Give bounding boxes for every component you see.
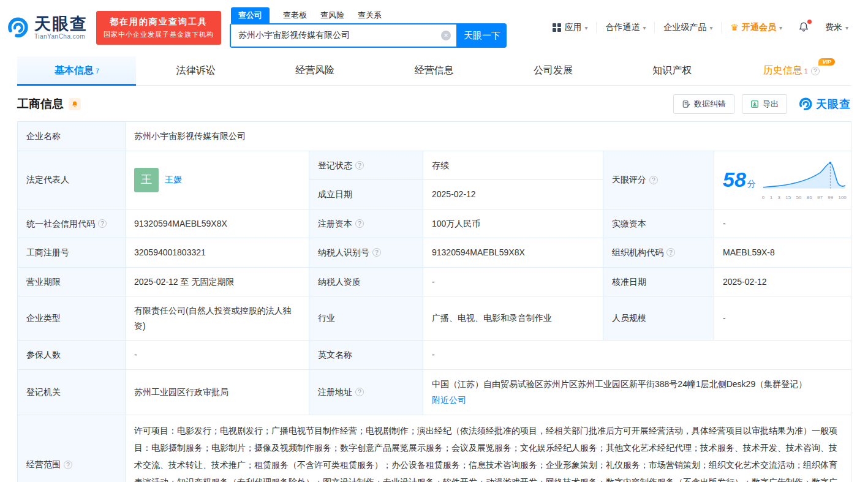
tab-company-development[interactable]: 公司发展 bbox=[494, 56, 613, 85]
tab-operating-info[interactable]: 经营信息 bbox=[374, 56, 493, 85]
tianyancha-watermark-icon bbox=[798, 97, 813, 111]
label-business-scope: 经营范围? bbox=[18, 415, 126, 482]
value-reg-capital: 100万人民币 bbox=[423, 209, 603, 238]
tab-history-info[interactable]: VIP 历史信息1 ? bbox=[732, 56, 851, 85]
tab-ip-label: 知识产权 bbox=[652, 64, 692, 77]
menu-partner[interactable]: 合作通道 ▾ bbox=[596, 22, 654, 33]
value-english-name: - bbox=[423, 341, 851, 370]
menu-vip[interactable]: ♛ 开通会员 ▾ bbox=[721, 22, 790, 33]
help-icon[interactable]: ? bbox=[98, 219, 107, 228]
search-block: 查公司 查老板 查风险 查关系 × 天眼一下 bbox=[230, 7, 507, 48]
search-tab-company[interactable]: 查公司 bbox=[231, 7, 270, 23]
label-paid-capital: 实缴资本 bbox=[603, 209, 714, 238]
chevron-down-icon: ▾ bbox=[709, 24, 712, 31]
chevron-down-icon: ▾ bbox=[643, 24, 646, 31]
label-staff-size: 人员规模 bbox=[603, 296, 714, 341]
legal-rep-link[interactable]: 王媛 bbox=[165, 172, 182, 187]
help-icon[interactable]: ? bbox=[811, 67, 820, 75]
avatar[interactable]: 王 bbox=[134, 168, 159, 192]
label-org-code: 组织机构代码? bbox=[603, 238, 714, 268]
grid-icon bbox=[553, 23, 561, 32]
value-staff-size: - bbox=[714, 296, 851, 341]
label-reg-address: 注册地址? bbox=[309, 369, 423, 415]
table-row: 企业名称 苏州小宇宙影视传媒有限公司 bbox=[18, 122, 851, 151]
tianyancha-logo[interactable]: 天眼查 TianYanCha.com bbox=[6, 15, 88, 39]
chevron-down-icon: ▾ bbox=[779, 24, 782, 31]
tianyancha-logo-icon bbox=[6, 16, 29, 39]
tab-legal-proceedings[interactable]: 法律诉讼 bbox=[136, 56, 255, 85]
export-icon bbox=[750, 100, 759, 108]
notification-bell-icon[interactable] bbox=[791, 21, 817, 34]
menu-apps-label: 应用 bbox=[564, 22, 581, 33]
score-number: 58分 bbox=[723, 162, 756, 198]
tab-development-label: 公司发展 bbox=[534, 64, 573, 77]
label-legal-rep: 法定代表人 bbox=[18, 151, 126, 209]
business-info-table: 企业名称 苏州小宇宙影视传媒有限公司 法定代表人 王 王媛 登记状态? 存续 天… bbox=[17, 121, 851, 482]
search-input[interactable] bbox=[231, 24, 456, 47]
label-taxpayer-qualification: 纳税人资质 bbox=[309, 267, 423, 296]
table-row: 参保人数 - 英文名称 - bbox=[18, 341, 851, 370]
tianyan-score-cell[interactable]: 58分 013 155086 9799100 bbox=[714, 151, 851, 209]
label-tianyan-score: 天眼评分? bbox=[603, 151, 714, 209]
value-credit-code: 91320594MAEBL59X8X bbox=[126, 209, 309, 238]
value-reg-number: 320594001803321 bbox=[126, 238, 309, 268]
value-industry: 广播、电视、电影和录音制作业 bbox=[423, 296, 603, 341]
label-credit-code: 统一社会信用代码? bbox=[18, 209, 126, 238]
tab-history-count: 1 bbox=[804, 67, 808, 75]
menu-partner-label: 合作通道 bbox=[605, 22, 640, 33]
promo-line1: 都在用的商业查询工具 bbox=[104, 17, 214, 28]
label-establish-date: 成立日期 bbox=[309, 180, 423, 209]
menu-user[interactable]: 费米 ▾ bbox=[817, 22, 857, 33]
menu-enterprise-label: 企业级产品 bbox=[663, 22, 706, 33]
table-row: 统一社会信用代码? 91320594MAEBL59X8X 注册资本? 100万人… bbox=[18, 209, 851, 238]
nearby-companies-link[interactable]: 附近公司 bbox=[432, 393, 466, 408]
tab-risk-label: 经营风险 bbox=[295, 64, 334, 77]
label-reg-number: 工商注册号 bbox=[18, 238, 126, 268]
monitor-bell-icon[interactable] bbox=[69, 98, 81, 110]
table-row: 登记机关 苏州工业园区行政审批局 注册地址? 中国（江苏）自由贸易试验区苏州片区… bbox=[18, 369, 851, 415]
search-tab-relation[interactable]: 查关系 bbox=[358, 7, 382, 23]
label-reg-status: 登记状态? bbox=[309, 151, 423, 180]
help-icon[interactable]: ? bbox=[355, 219, 364, 228]
help-icon[interactable]: ? bbox=[372, 248, 381, 257]
help-icon[interactable]: ? bbox=[355, 388, 364, 396]
score-chart: 013 155086 9799100 bbox=[762, 159, 847, 201]
export-button[interactable]: 导出 bbox=[742, 94, 787, 114]
search-button[interactable]: 天眼一下 bbox=[458, 23, 507, 48]
reg-address-text: 中国（江苏）自由贸易试验区苏州片区苏州工业园区新平街388号24幢1层北侧Des… bbox=[432, 377, 842, 392]
search-tab-risk[interactable]: 查风险 bbox=[320, 7, 344, 23]
tab-basic-info[interactable]: 基本信息7 bbox=[17, 56, 136, 85]
data-correction-label: 数据纠错 bbox=[694, 99, 726, 110]
value-reg-status: 存续 bbox=[423, 151, 603, 180]
data-correction-button[interactable]: 数据纠错 bbox=[673, 94, 734, 114]
logo-text-en: TianYanCha.com bbox=[34, 33, 88, 40]
table-row: 经营范围? 许可项目：电影发行；电视剧发行；广播电视节目制作经营；电视剧制作；演… bbox=[18, 415, 851, 482]
clear-icon[interactable]: × bbox=[441, 31, 451, 40]
search-tab-boss[interactable]: 查老板 bbox=[283, 7, 307, 23]
menu-vip-label: 开通会员 bbox=[742, 22, 776, 33]
menu-apps[interactable]: 应用 ▾ bbox=[544, 22, 596, 33]
label-taxpayer-id: 纳税人识别号? bbox=[309, 238, 423, 268]
value-reg-address: 中国（江苏）自由贸易试验区苏州片区苏州工业园区新平街388号24幢1层北侧Des… bbox=[423, 369, 851, 415]
chevron-down-icon: ▾ bbox=[584, 24, 587, 31]
help-icon[interactable]: ? bbox=[666, 248, 675, 257]
table-row: 工商注册号 320594001803321 纳税人识别号? 91320594MA… bbox=[18, 238, 851, 268]
value-legal-rep: 王 王媛 bbox=[126, 151, 309, 209]
value-company-name: 苏州小宇宙影视传媒有限公司 bbox=[126, 122, 851, 151]
section-title: 工商信息 bbox=[17, 96, 64, 112]
help-icon[interactable]: ? bbox=[649, 176, 658, 184]
value-establish-date: 2025-02-12 bbox=[423, 180, 603, 209]
tab-operating-risk[interactable]: 经营风险 bbox=[255, 56, 374, 85]
menu-enterprise[interactable]: 企业级产品 ▾ bbox=[654, 22, 721, 33]
label-reg-capital: 注册资本? bbox=[309, 209, 423, 238]
value-paid-capital: - bbox=[714, 209, 851, 238]
tab-intellectual-property[interactable]: 知识产权 bbox=[613, 56, 731, 85]
help-icon[interactable]: ? bbox=[64, 461, 72, 469]
help-icon[interactable]: ? bbox=[355, 161, 364, 170]
logo-text-cn: 天眼查 bbox=[34, 15, 88, 32]
value-taxpayer-qualification: - bbox=[423, 267, 603, 296]
value-approval-date: 2025-02-12 bbox=[714, 267, 851, 296]
menu-user-label: 费米 bbox=[825, 22, 842, 33]
tab-operating-label: 经营信息 bbox=[414, 64, 453, 77]
value-org-code: MAEBL59X-8 bbox=[714, 238, 851, 268]
